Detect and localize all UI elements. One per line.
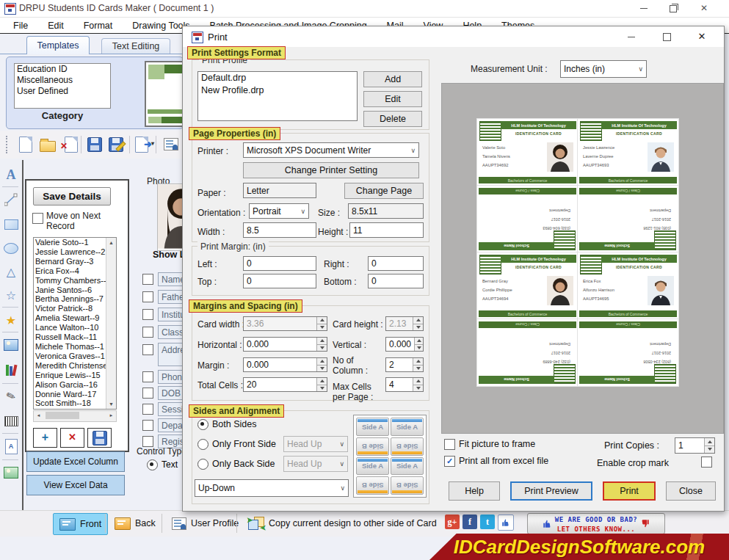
restore-icon[interactable] — [662, 1, 684, 15]
right-margin-field[interactable]: 0 — [368, 256, 424, 271]
new-document-icon[interactable] — [16, 135, 35, 154]
text-document-icon[interactable]: A — [2, 437, 20, 455]
orientation-dropdown[interactable]: Portrait∨ — [249, 203, 309, 219]
open-folder-icon[interactable] — [38, 135, 57, 154]
printer-dropdown[interactable]: Microsoft XPS Document Writer∨ — [243, 142, 419, 158]
menu-item[interactable]: File — [13, 21, 28, 31]
print-copies-spinner[interactable]: 1 — [675, 437, 715, 454]
record-item[interactable]: Bernard Gray--3 — [34, 257, 106, 266]
save-record-button[interactable] — [87, 428, 112, 448]
move-next-checkbox[interactable] — [32, 213, 43, 224]
export-icon[interactable]: ➜▾ — [134, 135, 153, 154]
field-checkbox[interactable] — [142, 327, 153, 338]
triangle-tool-icon[interactable]: △ — [2, 263, 20, 280]
text-tool-icon[interactable]: A — [2, 166, 20, 183]
print-all-checkbox[interactable]: ✓ — [444, 456, 455, 467]
total-cells-spinner[interactable]: 20 — [243, 377, 327, 392]
scroll-right-icon[interactable]: ► — [106, 411, 116, 421]
record-item[interactable]: Scott Smith--18 — [34, 399, 106, 408]
record-item[interactable]: Valerie Soto--1 — [34, 238, 106, 247]
record-item[interactable]: Victor Patrick--8 — [34, 304, 106, 313]
fit-picture-checkbox[interactable] — [444, 439, 455, 450]
field-checkbox[interactable] — [142, 420, 153, 431]
max-cells-spinner[interactable]: 4 — [385, 377, 424, 392]
category-item[interactable]: Miscellaneous — [15, 75, 110, 86]
record-item[interactable]: Enrique Lewis--15 — [34, 371, 106, 380]
dialog-close-icon[interactable]: ✕ — [691, 30, 713, 43]
minimize-icon[interactable] — [633, 1, 655, 15]
save-details-button[interactable]: Save Details — [33, 187, 111, 206]
left-margin-field[interactable]: 0 — [243, 256, 316, 271]
custom-shape-icon[interactable]: ★ — [2, 311, 20, 329]
toolbar-grip[interactable] — [6, 136, 7, 153]
star-tool-icon[interactable]: ☆ — [2, 286, 20, 304]
record-item[interactable]: Michele Thomas--1 — [34, 342, 106, 352]
record-item[interactable]: Bertha Jennings--7 — [34, 294, 106, 304]
edit-profile-button[interactable]: Edit — [363, 91, 422, 107]
save-as-icon[interactable] — [107, 135, 126, 154]
ellipse-tool-icon[interactable] — [2, 239, 20, 257]
category-item[interactable]: Education ID — [15, 64, 110, 75]
record-item[interactable]: Alison Garcia--16 — [34, 380, 106, 390]
only-back-side-radio[interactable] — [197, 459, 208, 470]
record-item[interactable]: Tommy Chambers-- — [34, 276, 106, 286]
dialog-maximize-icon[interactable] — [656, 30, 678, 43]
tab-text-editing[interactable]: Text Editing — [101, 38, 170, 54]
record-item[interactable]: Jessie Lawrence--2 — [34, 247, 106, 257]
signature-tool-icon[interactable]: ✎ — [0, 385, 22, 408]
user-profile-button[interactable]: User Profile — [166, 513, 244, 534]
field-checkbox[interactable] — [142, 388, 153, 399]
library-icon[interactable] — [2, 361, 20, 379]
add-record-button[interactable]: + — [33, 428, 57, 448]
field-checkbox[interactable] — [142, 274, 153, 285]
field-checkbox[interactable] — [142, 344, 153, 355]
help-button[interactable]: Help — [449, 481, 500, 501]
back-side-button[interactable]: Back — [109, 513, 162, 534]
photo-document-icon[interactable] — [2, 464, 20, 481]
control-type-text-radio[interactable] — [147, 459, 158, 470]
add-profile-button[interactable]: Add — [363, 71, 422, 87]
only-front-side-radio[interactable] — [197, 439, 208, 450]
tab-templates[interactable]: Templates — [26, 36, 90, 54]
menu-item[interactable]: Edit — [48, 21, 64, 31]
print-profile-list[interactable]: Default.drpNew Profile.drp — [197, 71, 358, 121]
profile-item[interactable]: New Profile.drp — [198, 84, 357, 97]
horizontal-spinner[interactable]: 0.000 — [243, 337, 327, 352]
line-tool-icon[interactable] — [2, 191, 20, 208]
record-item[interactable]: Russell Mack--11 — [34, 332, 106, 342]
close-icon[interactable]: ✕ — [693, 1, 715, 15]
delete-record-button[interactable]: ✕ — [60, 428, 84, 448]
barcode-tool-icon[interactable] — [2, 412, 20, 430]
crop-mark-checkbox[interactable] — [701, 457, 712, 468]
category-list[interactable]: Education IDMiscellaneousUser Defined — [14, 63, 111, 109]
field-checkbox[interactable] — [142, 436, 153, 447]
change-page-button[interactable]: Change Page — [344, 183, 424, 199]
print-preview-button[interactable]: Print Preview — [510, 481, 592, 501]
delete-document-icon[interactable]: ✕ — [60, 135, 79, 154]
field-checkbox[interactable] — [142, 291, 153, 302]
record-item[interactable]: Janie Santos--6 — [34, 286, 106, 295]
menu-item[interactable]: Format — [84, 21, 113, 31]
record-item[interactable]: Lance Walton--10 — [34, 323, 106, 332]
menu-item[interactable]: Drawing Tools — [132, 21, 189, 31]
measurement-unit-dropdown[interactable]: Inches (in)∨ — [560, 60, 647, 78]
dialog-minimize-icon[interactable] — [620, 30, 642, 43]
feedback-button[interactable]: WE ARE GOOD OR BAD? LET OTHERS KNOW... — [527, 513, 665, 534]
field-checkbox[interactable] — [142, 371, 153, 382]
no-of-column-spinner[interactable]: 2 — [385, 357, 424, 372]
record-item[interactable]: Erica Fox--4 — [34, 266, 106, 276]
records-vertical-scrollbar[interactable]: ▲ ▼ — [106, 238, 116, 409]
like-icon[interactable] — [498, 514, 514, 531]
record-item[interactable]: Meredith Christense — [34, 361, 106, 371]
front-side-button[interactable]: Front — [53, 513, 108, 535]
margin-spinner[interactable]: 0.000 — [243, 357, 327, 372]
close-button[interactable]: Close — [666, 481, 716, 501]
scroll-left-icon[interactable]: ◄ — [34, 411, 43, 421]
rectangle-tool-icon[interactable] — [2, 216, 20, 233]
profile-item[interactable]: Default.drp — [198, 72, 357, 84]
delete-profile-button[interactable]: Delete — [363, 111, 422, 127]
record-item[interactable]: Veronica Graves--1 — [34, 352, 106, 361]
scroll-down-icon[interactable]: ▼ — [106, 399, 116, 409]
print-button[interactable]: Print — [603, 481, 656, 501]
vertical-spinner[interactable]: 0.000 — [385, 337, 424, 352]
